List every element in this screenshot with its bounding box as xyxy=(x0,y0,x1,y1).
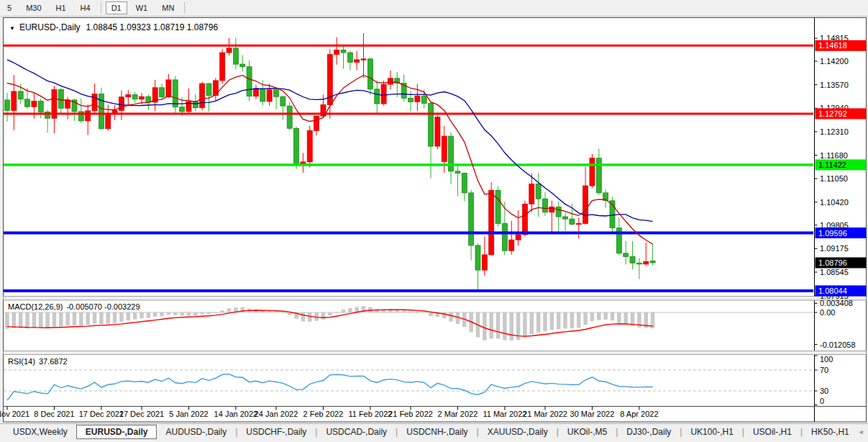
svg-text:0.00: 0.00 xyxy=(820,308,835,317)
trading-terminal: { "toolbar": { "timeframes": [ {"label":… xyxy=(0,0,868,442)
svg-text:30: 30 xyxy=(820,387,828,395)
chart-tab-audusd-daily[interactable]: AUDUSD-,Daily xyxy=(157,425,235,438)
svg-text:1.10420: 1.10420 xyxy=(820,198,849,207)
chart-frame xyxy=(4,18,867,423)
macd-label: MACD(12,26,9)-0.005070 -0.003229 xyxy=(8,302,140,311)
svg-text:11 Feb 2022: 11 Feb 2022 xyxy=(348,410,392,418)
macd-values: -0.005070 -0.003229 xyxy=(66,302,140,311)
svg-text:1.13570: 1.13570 xyxy=(820,81,849,89)
svg-text:5 Jan 2022: 5 Jan 2022 xyxy=(169,410,208,418)
macd-name: MACD(12,26,9) xyxy=(8,302,63,311)
rsi-name: RSI(14) xyxy=(8,357,35,366)
symbol-tabbar: USDX,WeeklyEURUSD-,DailyAUDUSD-,Daily|US… xyxy=(0,423,868,440)
svg-text:17 Dec 2021: 17 Dec 2021 xyxy=(79,410,124,418)
svg-text:1.12310: 1.12310 xyxy=(820,127,849,136)
svg-text:24 Jan 2022: 24 Jan 2022 xyxy=(255,410,298,418)
svg-text:29 Nov 2021: 29 Nov 2021 xyxy=(0,410,29,418)
chart-tab-usdcnh-daily[interactable]: USDCNH-,Daily xyxy=(398,425,476,438)
chart-tab-hk50-h1[interactable]: HK50-,H1 xyxy=(803,425,858,438)
chart-tab-ukoil-m5[interactable]: UKOil-,M5 xyxy=(559,425,616,438)
chart-tab-eurusd-daily[interactable]: EURUSD-,Daily xyxy=(76,425,157,439)
svg-text:1.08796: 1.08796 xyxy=(818,258,847,267)
svg-text:21 Feb 2022: 21 Feb 2022 xyxy=(388,410,433,418)
tab-scroll-left-button[interactable]: ◄ xyxy=(858,428,864,436)
svg-text:30 Mar 2022: 30 Mar 2022 xyxy=(570,410,615,418)
svg-text:8 Dec 2021: 8 Dec 2021 xyxy=(34,410,74,418)
svg-text:1.08044: 1.08044 xyxy=(818,287,847,295)
svg-text:1.14618: 1.14618 xyxy=(818,41,847,50)
chart-tab-xauusd-daily[interactable]: XAUUSD-,Daily xyxy=(479,425,557,438)
svg-text:0: 0 xyxy=(820,397,824,405)
chart-tab-usdx-weekly[interactable]: USDX,Weekly xyxy=(4,425,76,438)
svg-text:1.08545: 1.08545 xyxy=(820,268,849,276)
chart-tab-usoil-h1[interactable]: USOil-,H1 xyxy=(744,425,800,438)
svg-text:1.09596: 1.09596 xyxy=(818,229,847,238)
svg-text:1.11680: 1.11680 xyxy=(820,151,848,160)
rsi-label: RSI(14)37.6872 xyxy=(8,357,68,366)
chart-tab-usdchf-daily[interactable]: USDCHF-,Daily xyxy=(237,425,315,438)
chart-tab-usdcad-daily[interactable]: USDCAD-,Daily xyxy=(317,425,396,438)
svg-text:1.11050: 1.11050 xyxy=(820,174,848,183)
price-chart[interactable]: 1.148151.142001.135701.129401.123101.116… xyxy=(0,0,868,442)
chart-tab-uk100-h1[interactable]: UK100-,H1 xyxy=(682,425,741,438)
svg-text:2 Feb 2022: 2 Feb 2022 xyxy=(303,410,344,418)
svg-text:-0.012058: -0.012058 xyxy=(820,340,856,349)
svg-text:100: 100 xyxy=(820,355,833,364)
rsi-value: 37.6872 xyxy=(39,357,68,366)
chart-dropdown-icon: ▼ xyxy=(9,25,15,32)
svg-text:2 Mar 2022: 2 Mar 2022 xyxy=(438,410,478,418)
chart-title: ▼EURUSD-,Daily1.08845 1.09323 1.08719 1.… xyxy=(9,22,218,32)
svg-text:70: 70 xyxy=(820,366,828,374)
svg-text:8 Apr 2022: 8 Apr 2022 xyxy=(620,410,658,418)
svg-text:1.09175: 1.09175 xyxy=(820,244,849,253)
svg-text:21 Mar 2022: 21 Mar 2022 xyxy=(523,410,567,418)
svg-text:1.11422: 1.11422 xyxy=(818,161,846,169)
svg-text:14 Jan 2022: 14 Jan 2022 xyxy=(214,410,258,418)
svg-text:1.12792: 1.12792 xyxy=(818,109,847,118)
chart-symbol-label: EURUSD-,Daily xyxy=(19,22,81,32)
svg-text:11 Mar 2022: 11 Mar 2022 xyxy=(483,410,526,418)
tab-scroll-arrows: ◄► xyxy=(858,428,868,436)
chart-tab-dj30-daily[interactable]: DJ30-,Daily xyxy=(618,425,680,438)
svg-text:1.14200: 1.14200 xyxy=(820,57,849,66)
svg-text:27 Dec 2021: 27 Dec 2021 xyxy=(119,410,164,418)
svg-text:0.003408: 0.003408 xyxy=(820,299,853,307)
chart-ohlc-values: 1.08845 1.09323 1.08719 1.08796 xyxy=(86,22,219,32)
